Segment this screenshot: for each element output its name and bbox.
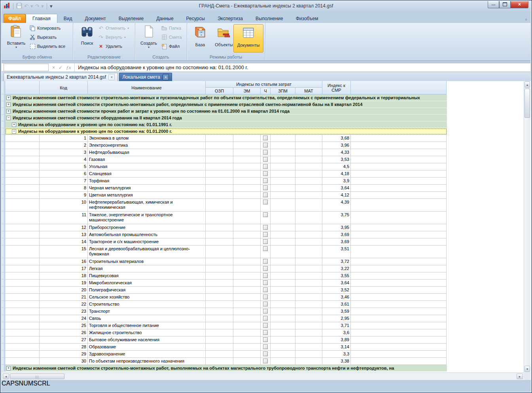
mat-cell[interactable] bbox=[295, 185, 322, 192]
collapse-ribbon-icon[interactable]: ∧ bbox=[524, 17, 527, 21]
code-cell[interactable]: 21 bbox=[40, 294, 88, 301]
table-row[interactable]: 12Приборостроение3,95 bbox=[2, 224, 447, 231]
blank-cell[interactable] bbox=[5, 308, 40, 315]
ribbon-tab-Вид[interactable]: Вид bbox=[57, 14, 79, 23]
blank-cell[interactable] bbox=[5, 272, 40, 280]
objects-mode-button[interactable]: Объекты bbox=[213, 24, 235, 53]
smr-value-cell[interactable]: 3,52 bbox=[322, 287, 351, 294]
zpm-cell[interactable] bbox=[271, 301, 295, 308]
ch-cell[interactable] bbox=[261, 192, 271, 199]
em-cell[interactable] bbox=[233, 272, 261, 280]
name-cell[interactable]: Полиграфическая bbox=[88, 287, 206, 294]
table-row[interactable]: 14Тракторное и с/х машиностроение3,69 bbox=[2, 238, 447, 246]
zpm-cell[interactable] bbox=[271, 358, 295, 365]
group-row-body[interactable]: −Индексы изменения сметной стоимости обо… bbox=[5, 115, 447, 121]
mat-cell[interactable] bbox=[295, 170, 322, 178]
mat-cell[interactable] bbox=[295, 294, 322, 301]
name-cell[interactable]: Образование bbox=[88, 344, 206, 351]
table-row[interactable]: 7Торфяная3,9 bbox=[2, 178, 447, 185]
ozp-cell[interactable] bbox=[206, 231, 233, 238]
document-tab[interactable]: Ежеквартальные индексы 2 квартал 2014.gs… bbox=[4, 73, 118, 81]
vertical-scrollbar[interactable]: ▲ ▼ bbox=[524, 81, 530, 372]
name-cell[interactable]: Легкая bbox=[88, 265, 206, 272]
code-cell[interactable]: 3 bbox=[40, 149, 88, 156]
document-tab[interactable]: Локальная смета× bbox=[119, 73, 172, 81]
ch-cell[interactable] bbox=[261, 265, 271, 272]
ozp-cell[interactable] bbox=[206, 199, 233, 212]
em-cell[interactable] bbox=[233, 322, 261, 329]
smr-value-cell[interactable]: 3,72 bbox=[322, 258, 351, 265]
checkbox[interactable] bbox=[263, 164, 268, 169]
mat-cell[interactable] bbox=[295, 351, 322, 358]
checkbox[interactable] bbox=[263, 232, 268, 237]
em-cell[interactable] bbox=[233, 287, 261, 294]
checkbox[interactable] bbox=[263, 150, 268, 155]
ribbon-tab-Данные[interactable]: Данные bbox=[150, 14, 180, 23]
ozp-cell[interactable] bbox=[206, 149, 233, 156]
ribbon-tab-Выделение[interactable]: Выделение bbox=[112, 14, 150, 23]
ch-cell[interactable] bbox=[261, 287, 271, 294]
name-cell[interactable]: Цветная металлургия bbox=[88, 192, 206, 199]
blank-cell[interactable] bbox=[5, 351, 40, 358]
collapse-icon[interactable]: − bbox=[6, 116, 11, 120]
ozp-cell[interactable] bbox=[206, 156, 233, 163]
code-cell[interactable]: 15 bbox=[40, 246, 88, 258]
mat-cell[interactable] bbox=[295, 178, 322, 185]
mat-cell[interactable] bbox=[295, 308, 322, 315]
blank-cell[interactable] bbox=[5, 135, 40, 142]
code-cell[interactable]: 12 bbox=[40, 224, 88, 231]
name-cell[interactable]: Лесная и деревообрабатывающая и целлюлоз… bbox=[88, 246, 206, 258]
name-cell[interactable]: Пищевкусовая bbox=[88, 272, 206, 280]
code-cell[interactable]: 11 bbox=[40, 212, 88, 224]
blank-cell[interactable] bbox=[5, 199, 40, 212]
zpm-cell[interactable] bbox=[271, 163, 295, 170]
table-row[interactable]: 5Угольная4,5 bbox=[2, 163, 447, 170]
table-row[interactable]: 2Электроэнергетика3,96 bbox=[2, 142, 447, 149]
ch-cell[interactable] bbox=[261, 358, 271, 365]
name-cell[interactable]: Строительных материалов bbox=[88, 258, 206, 265]
smr-value-cell[interactable]: 3,69 bbox=[322, 238, 351, 246]
group-row-body[interactable]: +Индексы на оборудование к уровню цен по… bbox=[5, 121, 447, 128]
checkbox[interactable] bbox=[263, 212, 268, 217]
expand-icon[interactable]: + bbox=[6, 366, 11, 370]
code-cell[interactable]: 24 bbox=[40, 315, 88, 322]
zpm-cell[interactable] bbox=[271, 156, 295, 163]
mat-cell[interactable] bbox=[295, 322, 322, 329]
ch-cell[interactable] bbox=[261, 329, 271, 336]
em-cell[interactable] bbox=[233, 351, 261, 358]
zpm-cell[interactable] bbox=[271, 272, 295, 280]
blank-cell[interactable] bbox=[5, 322, 40, 329]
smr-value-cell[interactable]: 3,71 bbox=[322, 322, 351, 329]
scroll-up-icon[interactable]: ▲ bbox=[524, 81, 530, 88]
zpm-cell[interactable] bbox=[271, 238, 295, 246]
em-cell[interactable] bbox=[233, 246, 261, 258]
ozp-cell[interactable] bbox=[206, 192, 233, 199]
code-cell[interactable]: 13 bbox=[40, 231, 88, 238]
ch-cell[interactable] bbox=[261, 294, 271, 301]
zpm-cell[interactable] bbox=[271, 246, 295, 258]
name-cell[interactable]: Электроэнергетика bbox=[88, 142, 206, 149]
ch-cell[interactable] bbox=[261, 135, 271, 142]
name-cell[interactable]: Бытовое обслуживание населения bbox=[88, 336, 206, 344]
blank-cell[interactable] bbox=[5, 329, 40, 336]
ozp-cell[interactable] bbox=[206, 322, 233, 329]
code-cell[interactable]: 5 bbox=[40, 163, 88, 170]
smr-value-cell[interactable]: 4,5 bbox=[322, 163, 351, 170]
table-row[interactable]: 10Нефтеперерабатывающая, химическая и не… bbox=[2, 199, 447, 212]
mat-cell[interactable] bbox=[295, 258, 322, 265]
group-row[interactable]: +Индексы на оборудование к уровню цен по… bbox=[2, 121, 447, 128]
scroll-right-icon[interactable]: ► bbox=[517, 374, 523, 379]
em-cell[interactable] bbox=[233, 231, 261, 238]
blank-cell[interactable] bbox=[5, 315, 40, 322]
code-cell[interactable]: 8 bbox=[40, 185, 88, 192]
header-em[interactable]: ЭМ bbox=[233, 88, 261, 94]
header-mat[interactable]: МАТ bbox=[295, 88, 322, 94]
blank-cell[interactable] bbox=[5, 149, 40, 156]
blank-cell[interactable] bbox=[5, 280, 40, 287]
table-row[interactable]: 28Образование3,14 bbox=[2, 344, 447, 351]
code-cell[interactable]: 17 bbox=[40, 265, 88, 272]
blank-cell[interactable] bbox=[5, 192, 40, 199]
smr-value-cell[interactable]: 3,51 bbox=[322, 246, 351, 258]
table-row[interactable]: 4Газовая3,53 bbox=[2, 156, 447, 163]
name-cell[interactable]: Связь bbox=[88, 315, 206, 322]
